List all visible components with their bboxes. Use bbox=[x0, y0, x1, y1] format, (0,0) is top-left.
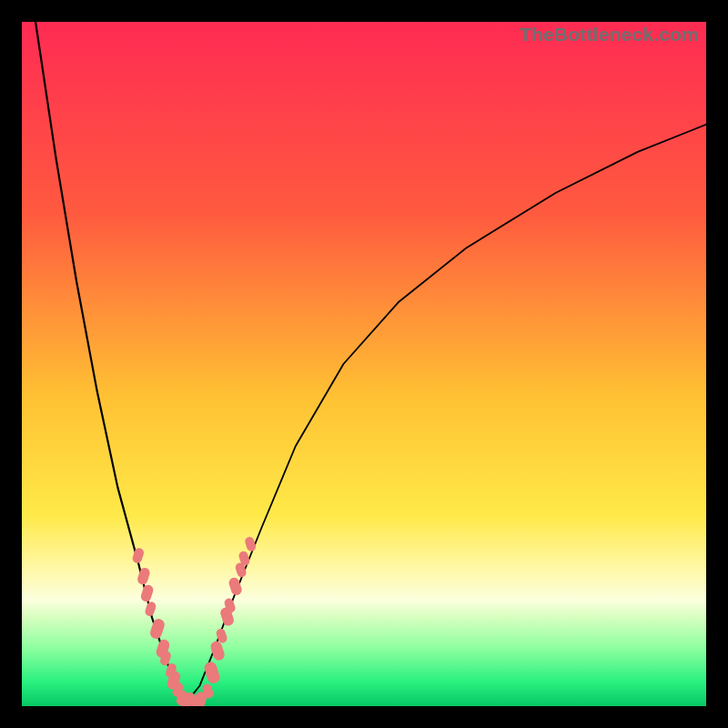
data-marker bbox=[136, 566, 151, 585]
curve-layer bbox=[22, 22, 706, 706]
data-marker bbox=[148, 617, 166, 640]
curve-lines bbox=[35, 22, 706, 703]
data-marker bbox=[131, 547, 145, 564]
curve-right-branch bbox=[186, 125, 706, 703]
curve-markers bbox=[131, 536, 257, 706]
curve-left-branch bbox=[35, 22, 186, 703]
chart-frame: TheBottleneck.com bbox=[0, 0, 728, 728]
data-marker bbox=[209, 640, 226, 662]
data-marker bbox=[203, 661, 221, 685]
data-marker bbox=[144, 601, 157, 617]
data-marker bbox=[139, 583, 154, 602]
plot-area: TheBottleneck.com bbox=[22, 22, 706, 706]
data-marker bbox=[244, 536, 257, 552]
